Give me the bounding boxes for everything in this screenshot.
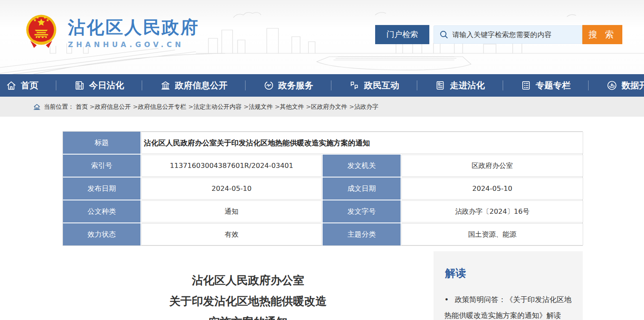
home-icon xyxy=(6,80,17,91)
nav-separator xyxy=(588,80,589,90)
meta-agency-value: 区政府办公室 xyxy=(401,155,583,177)
document-icon xyxy=(435,80,446,91)
meta-publish-label: 发布日期 xyxy=(63,178,140,200)
main-navigation: 首页 今日沾化 政府信息公开 xyxy=(0,74,644,97)
nav-item-info-disclosure[interactable]: 政府信息公开 xyxy=(160,80,228,91)
search-input[interactable] xyxy=(452,30,577,39)
nav-label: 政民互动 xyxy=(364,80,399,91)
breadcrumb-home-icon xyxy=(33,103,40,110)
meta-agency-label: 发文机关 xyxy=(323,155,401,177)
article-title: 沾化区人民政府办公室 关于印发沾化区地热能供暖改造 实施方案的通知 xyxy=(63,270,434,320)
crumb-current: 沾政办字 xyxy=(354,103,378,111)
nav-label: 政务服务 xyxy=(278,80,313,91)
nav-label: 政府信息公开 xyxy=(175,80,228,91)
nav-separator xyxy=(331,80,331,90)
nav-label: 今日沾化 xyxy=(89,80,124,91)
meta-index-label: 索引号 xyxy=(63,155,140,177)
meta-title-label: 标题 xyxy=(63,132,140,154)
nav-label: 首页 xyxy=(21,80,38,91)
site-title: 沾化区人民政府 xyxy=(68,17,199,38)
nav-item-about[interactable]: 走进沾化 xyxy=(435,80,485,91)
crumb-info-column[interactable]: 政府信息公开专栏 xyxy=(138,103,193,111)
breadcrumb: 当前位置： 首页 政府信息公开 政府信息公开专栏 法定主动公开内容 法规文件 其… xyxy=(0,97,644,117)
portal-search-button[interactable]: 门户检索 xyxy=(375,25,429,44)
nav-item-special-topics[interactable]: 专题专栏 xyxy=(521,80,571,91)
nav-separator xyxy=(503,80,503,90)
article-title-line1: 沾化区人民政府办公室 xyxy=(63,270,434,291)
crumb-statutory-content[interactable]: 法定主动公开内容 xyxy=(193,103,249,111)
document-meta-table: 标题 沾化区人民政府办公室关于印发沾化区地热能供暖改造实施方案的通知 索引号 1… xyxy=(63,131,583,246)
nav-label: 数据开放 xyxy=(621,80,644,91)
nav-separator xyxy=(56,80,56,90)
meta-written-value: 2024-05-10 xyxy=(401,178,583,200)
nav-item-home[interactable]: 首页 xyxy=(6,80,38,91)
meta-number-label: 发文字号 xyxy=(323,200,401,222)
nav-separator xyxy=(417,80,417,90)
article-title-line3: 实施方案的通知 xyxy=(63,312,434,320)
site-domain: ZHANHUA.GOV.CN xyxy=(68,40,199,49)
search-cluster: 门户检索 搜 索 xyxy=(375,25,622,44)
meta-title-value: 沾化区人民政府办公室关于印发沾化区地热能供暖改造实施方案的通知 xyxy=(141,132,583,154)
article-column: 沾化区人民政府办公室 关于印发沾化区地热能供暖改造 实施方案的通知 xyxy=(63,251,434,320)
meta-number-value: 沾政办字〔2024〕16号 xyxy=(401,200,583,222)
meta-publish-value: 2024-05-10 xyxy=(141,178,322,200)
nav-item-services[interactable]: 政务服务 xyxy=(263,80,313,91)
article-title-line2: 关于印发沾化区地热能供暖改造 xyxy=(63,291,434,312)
list-icon xyxy=(521,80,531,91)
search-submit-button[interactable]: 搜 索 xyxy=(582,25,622,44)
meta-doctype-value: 通知 xyxy=(141,200,322,222)
main-content: 标题 沾化区人民政府办公室关于印发沾化区地热能供暖改造实施方案的通知 索引号 1… xyxy=(63,131,583,320)
interpretation-panel: 解读 政策简明问答：《关于印发沾化区地热能供暖改造实施方案的通知》解读 xyxy=(434,251,583,320)
interpretation-list: 政策简明问答：《关于印发沾化区地热能供暖改造实施方案的通知》解读 xyxy=(444,292,572,320)
crumb-info-disclosure[interactable]: 政府信息公开 xyxy=(95,103,138,111)
interpretation-link[interactable]: 政策简明问答：《关于印发沾化区地热能供暖改造实施方案的通知》解读 xyxy=(444,292,572,320)
cloud-download-icon xyxy=(606,80,617,91)
nav-separator xyxy=(142,80,142,90)
meta-category-label: 主题分类 xyxy=(323,223,401,245)
nav-label: 走进沾化 xyxy=(450,80,485,91)
national-emblem-icon xyxy=(23,12,60,52)
crumb-regulations[interactable]: 法规文件 xyxy=(249,103,280,111)
meta-written-label: 成文日期 xyxy=(323,178,401,200)
meta-category-value: 国土资源、能源 xyxy=(401,223,583,245)
meta-index-value: 11371603004387601R/2024-03401 xyxy=(141,155,322,177)
news-icon xyxy=(74,80,85,91)
crumb-home[interactable]: 首页 xyxy=(76,103,95,111)
search-icon xyxy=(439,30,449,39)
nav-item-open-data[interactable]: 数据开放 xyxy=(606,80,644,91)
meta-validity-value: 有效 xyxy=(141,223,322,245)
crumb-office-docs[interactable]: 区政府办文件 xyxy=(311,103,354,111)
logo-text: 沾化区人民政府 ZHANHUA.GOV.CN xyxy=(68,17,199,49)
breadcrumb-label: 当前位置： xyxy=(44,103,74,111)
nav-label: 专题专栏 xyxy=(536,80,571,91)
nav-item-today[interactable]: 今日沾化 xyxy=(74,80,124,91)
handshake-icon xyxy=(263,80,274,91)
nav-inner: 首页 今日沾化 政府信息公开 xyxy=(0,74,644,97)
bank-icon xyxy=(160,80,171,91)
search-box xyxy=(434,25,582,44)
nav-item-interaction[interactable]: 政民互动 xyxy=(349,80,399,91)
interpretation-title: 解读 xyxy=(445,266,572,280)
crumb-other-docs[interactable]: 其他文件 xyxy=(280,103,311,111)
nav-separator xyxy=(245,80,246,90)
content-row: 沾化区人民政府办公室 关于印发沾化区地热能供暖改造 实施方案的通知 解读 政策简… xyxy=(63,251,583,320)
site-header: 沾化区人民政府 ZHANHUA.GOV.CN 门户检索 搜 索 xyxy=(0,0,644,74)
meta-validity-label: 效力状态 xyxy=(63,223,140,245)
site-logo[interactable]: 沾化区人民政府 ZHANHUA.GOV.CN xyxy=(23,12,199,52)
meta-doctype-label: 公文种类 xyxy=(63,200,140,222)
chat-icon xyxy=(349,80,360,91)
